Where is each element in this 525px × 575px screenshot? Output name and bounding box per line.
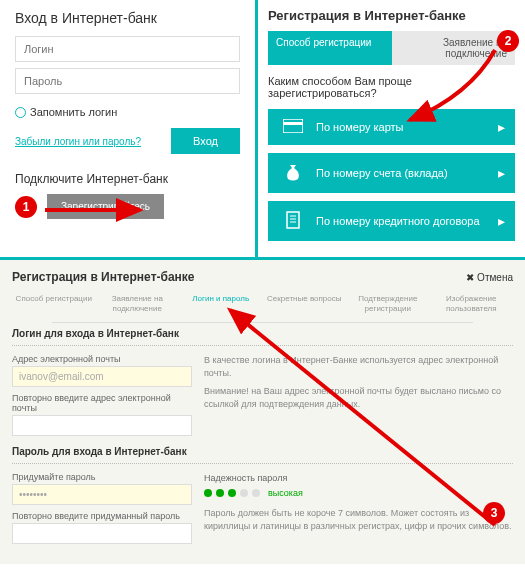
strength-text: высокая	[268, 487, 303, 500]
login-input[interactable]	[15, 36, 240, 62]
step-4[interactable]: Секретные вопросы	[263, 294, 347, 314]
option-credit[interactable]: По номеру кредитного договора ▸	[268, 201, 515, 241]
connect-label: Подключите Интернет-банк	[15, 172, 240, 186]
tab-application[interactable]: Заявление на подключение	[392, 31, 516, 65]
registration-panel: 2 Регистрация в Интернет-банке Способ ре…	[255, 0, 525, 257]
bottom-title: Регистрация в Интернет-банке	[12, 270, 195, 284]
tab-method[interactable]: Способ регистрации	[268, 31, 392, 65]
password-repeat-label: Повторно введите придуманный пароль	[12, 511, 192, 521]
password-section-title: Пароль для входа в Интернет-банк	[12, 446, 513, 457]
password-input[interactable]	[15, 68, 240, 94]
password-repeat-input[interactable]	[12, 523, 192, 544]
svg-rect-0	[283, 119, 303, 133]
remember-login[interactable]: Запомнить логин	[15, 106, 240, 118]
badge-2: 2	[497, 30, 519, 52]
reg-tabs: Способ регистрации Заявление на подключе…	[268, 31, 515, 65]
card-icon	[278, 119, 308, 135]
remember-label: Запомнить логин	[30, 106, 117, 118]
email-repeat-input[interactable]	[12, 415, 192, 436]
step-2[interactable]: Заявление на подключение	[96, 294, 180, 314]
strength-dot-icon	[216, 489, 224, 497]
cancel-button[interactable]: ✖ Отмена	[466, 272, 513, 283]
strength-dot-icon	[228, 489, 236, 497]
badge-1: 1	[15, 196, 37, 218]
email-input[interactable]	[12, 366, 192, 387]
option-card-label: По номеру карты	[308, 121, 498, 133]
svg-rect-2	[287, 212, 299, 228]
login-section-title: Логин для входа в Интернет-банк	[12, 328, 513, 339]
email-label: Адрес электронной почты	[12, 354, 192, 364]
email-hint-1: В качестве логина в Интернет-Банке испол…	[204, 354, 513, 379]
chevron-right-icon: ▸	[498, 213, 505, 229]
option-account[interactable]: По номеру счета (вклада) ▸	[268, 153, 515, 193]
chevron-right-icon: ▸	[498, 119, 505, 135]
radio-icon	[15, 107, 26, 118]
register-button[interactable]: Зарегистрируйтесь	[47, 194, 164, 219]
registration-form: Регистрация в Интернет-банке ✖ Отмена Сп…	[0, 260, 525, 564]
badge-3: 3	[483, 502, 505, 524]
login-title: Вход в Интернет-банк	[15, 10, 240, 26]
progress-stepper: Способ регистрации Заявление на подключе…	[12, 294, 513, 314]
chevron-right-icon: ▸	[498, 165, 505, 181]
reg-question: Каким способом Вам проще зарегистрироват…	[268, 75, 515, 99]
option-credit-label: По номеру кредитного договора	[308, 215, 498, 227]
step-6[interactable]: Изображение пользователя	[430, 294, 514, 314]
strength-dot-icon	[252, 489, 260, 497]
step-3[interactable]: Логин и пароль	[179, 294, 263, 314]
password-create-label: Придумайте пароль	[12, 472, 192, 482]
password-create-input[interactable]	[12, 484, 192, 505]
email-hint-2: Внимание! на Ваш адрес электронной почты…	[204, 385, 513, 410]
step-1[interactable]: Способ регистрации	[12, 294, 96, 314]
document-icon	[278, 211, 308, 231]
moneybag-icon	[278, 163, 308, 183]
email-repeat-label: Повторно введите адрес электронной почты	[12, 393, 192, 413]
reg-title: Регистрация в Интернет-банке	[268, 8, 515, 23]
strength-label: Надежность пароля	[204, 472, 513, 485]
password-hint: Пароль должен быть не короче 7 символов.…	[204, 507, 513, 532]
password-strength: высокая	[204, 487, 513, 500]
login-button[interactable]: Вход	[171, 128, 240, 154]
option-card[interactable]: По номеру карты ▸	[268, 109, 515, 145]
forgot-link[interactable]: Забыли логин или пароль?	[15, 136, 141, 147]
login-panel: Вход в Интернет-банк Запомнить логин Заб…	[0, 0, 255, 257]
strength-dot-icon	[240, 489, 248, 497]
step-5[interactable]: Подтверждение регистрации	[346, 294, 430, 314]
svg-rect-1	[283, 122, 303, 125]
option-account-label: По номеру счета (вклада)	[308, 167, 498, 179]
strength-dot-icon	[204, 489, 212, 497]
